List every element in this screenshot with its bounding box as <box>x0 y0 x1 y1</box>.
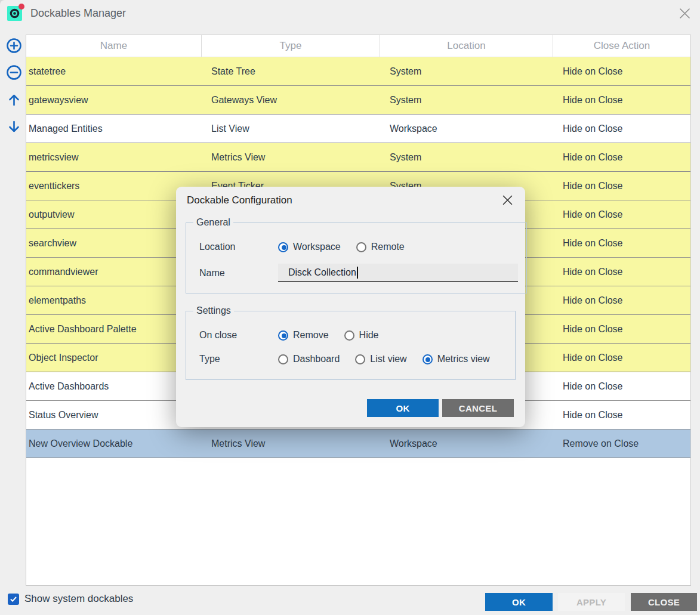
cell-close-action: Hide on Close <box>553 286 690 314</box>
move-down-icon[interactable] <box>5 118 22 135</box>
cell-close-action: Hide on Close <box>553 229 690 257</box>
cell-location: System <box>380 143 553 171</box>
column-header-location[interactable]: Location <box>380 35 553 57</box>
radio-label: List view <box>370 354 406 364</box>
name-input[interactable]: Disck Collection <box>278 264 518 282</box>
cell-type: Metrics View <box>202 429 380 458</box>
move-up-icon[interactable] <box>5 91 22 108</box>
on-close-row: On close RemoveHide <box>199 328 507 342</box>
general-legend: General <box>193 217 233 228</box>
cell-name: New Overview Dockable <box>26 429 202 458</box>
table-row[interactable]: gatewaysviewGateways ViewSystemHide on C… <box>26 86 690 115</box>
cell-type: State Tree <box>202 57 380 85</box>
footer-close-button[interactable]: CLOSE <box>631 593 697 611</box>
cell-location: System <box>380 86 553 114</box>
radio-icon[interactable] <box>355 354 365 364</box>
radio-option[interactable]: Hide <box>344 330 379 341</box>
show-system-dockables[interactable]: Show system dockables <box>8 593 133 605</box>
cell-location: System <box>380 57 553 85</box>
cell-name: Managed Entities <box>26 115 202 143</box>
cell-name: metricsview <box>26 143 202 171</box>
radio-label: Remote <box>371 242 405 252</box>
radio-icon[interactable] <box>344 330 354 341</box>
cell-close-action: Hide on Close <box>553 401 690 429</box>
cell-type: Gateways View <box>202 86 380 114</box>
cell-close-action: Hide on Close <box>553 115 690 143</box>
dialog-titlebar: Dockable Configuration <box>176 187 525 214</box>
cell-name: gatewaysview <box>26 86 202 114</box>
footer-apply-button: APPLY <box>558 593 625 611</box>
cell-type: List View <box>202 115 380 143</box>
dialog-ok-button[interactable]: OK <box>367 399 439 417</box>
cell-name: elementpaths <box>26 286 202 314</box>
column-header-name[interactable]: Name <box>26 35 202 57</box>
settings-legend: Settings <box>193 305 234 316</box>
dialog-title: Dockable Configuration <box>187 194 292 206</box>
type-radio-group: DashboardList viewMetrics view <box>278 354 505 364</box>
name-label: Name <box>199 268 278 279</box>
notification-badge <box>18 4 24 10</box>
dialog-cancel-button[interactable]: CANCEL <box>442 399 514 417</box>
footer-ok-button[interactable]: OK <box>485 593 553 611</box>
cell-location: Workspace <box>380 115 553 143</box>
radio-option[interactable]: Dashboard <box>278 354 340 364</box>
text-caret <box>357 267 358 279</box>
table-row[interactable]: metricsviewMetrics ViewSystemHide on Clo… <box>26 143 690 172</box>
location-row: Location WorkspaceRemote <box>199 240 518 254</box>
on-close-radio-group: RemoveHide <box>278 330 394 341</box>
radio-icon[interactable] <box>356 242 366 252</box>
radio-label: Remove <box>293 330 329 341</box>
dockable-configuration-dialog: Dockable Configuration General Location … <box>176 187 525 427</box>
radio-option[interactable]: List view <box>355 354 406 364</box>
radio-option[interactable]: Workspace <box>278 242 341 252</box>
cell-close-action: Hide on Close <box>553 344 690 372</box>
table-empty-area <box>26 458 690 585</box>
add-dockable-icon[interactable] <box>5 37 22 54</box>
checkbox-label: Show system dockables <box>24 593 133 605</box>
radio-option[interactable]: Metrics view <box>423 354 490 364</box>
cell-name: commandviewer <box>26 258 202 286</box>
radio-label: Workspace <box>293 242 341 252</box>
column-header-close-action[interactable]: Close Action <box>553 35 690 57</box>
cell-close-action: Hide on Close <box>553 143 690 171</box>
cell-name: searchview <box>26 229 202 257</box>
radio-icon[interactable] <box>278 242 288 252</box>
table-row[interactable]: statetreeState TreeSystemHide on Close <box>26 57 690 86</box>
cell-close-action: Hide on Close <box>553 86 690 114</box>
table-row[interactable]: New Overview DockableMetrics ViewWorkspa… <box>26 429 690 458</box>
column-header-type[interactable]: Type <box>202 35 380 57</box>
cell-close-action: Hide on Close <box>553 258 690 286</box>
type-label: Type <box>199 354 278 364</box>
radio-icon[interactable] <box>423 354 433 364</box>
cell-name: outputview <box>26 200 202 228</box>
cell-close-action: Hide on Close <box>553 200 690 228</box>
cell-close-action: Hide on Close <box>553 372 690 400</box>
table-row[interactable]: Managed EntitiesList ViewWorkspaceHide o… <box>26 115 690 143</box>
dialog-close-icon[interactable] <box>501 194 513 206</box>
app-icon <box>7 6 22 21</box>
cell-name: Active Dashboards <box>26 372 202 400</box>
window-title: Dockables Manager <box>30 7 126 20</box>
radio-icon[interactable] <box>278 330 288 341</box>
cell-close-action: Hide on Close <box>553 315 690 343</box>
settings-group: Settings On close RemoveHide Type Dashbo… <box>186 305 516 380</box>
window-close-icon[interactable] <box>677 6 692 20</box>
radio-option[interactable]: Remove <box>278 330 329 341</box>
left-toolbar <box>0 26 26 588</box>
radio-icon[interactable] <box>278 354 288 364</box>
dialog-body: General Location WorkspaceRemote Name Di… <box>176 217 525 380</box>
type-row: Type DashboardList viewMetrics view <box>199 352 507 366</box>
radio-option[interactable]: Remote <box>356 242 405 252</box>
radio-label: Hide <box>359 330 379 341</box>
app-logo-icon <box>10 8 20 18</box>
name-input-value: Disck Collection <box>288 267 356 278</box>
cell-location: Workspace <box>380 429 553 458</box>
location-radio-group: WorkspaceRemote <box>278 242 420 252</box>
remove-dockable-icon[interactable] <box>5 64 22 81</box>
radio-label: Metrics view <box>437 354 490 364</box>
checkbox-icon[interactable] <box>8 594 19 605</box>
on-close-label: On close <box>199 330 278 341</box>
footer-bar: Show system dockables OK APPLY CLOSE <box>0 588 700 615</box>
cell-name: Object Inspector <box>26 344 202 372</box>
cell-close-action: Remove on Close <box>553 429 690 458</box>
